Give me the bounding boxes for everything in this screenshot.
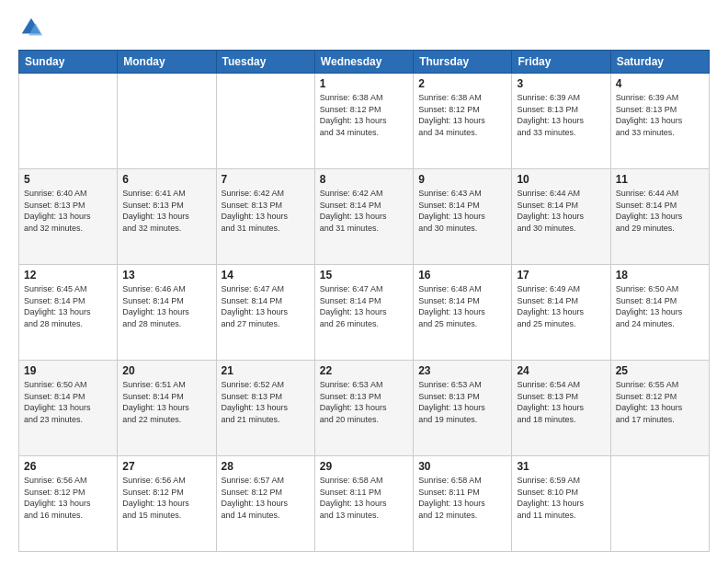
day-info: Sunrise: 6:53 AM Sunset: 8:13 PM Dayligh… <box>418 379 506 425</box>
day-number: 21 <box>222 364 310 377</box>
calendar-cell: 15Sunrise: 6:47 AM Sunset: 8:14 PM Dayli… <box>314 265 413 361</box>
day-number: 9 <box>418 173 506 186</box>
day-number: 16 <box>418 269 506 282</box>
weekday-header-tuesday: Tuesday <box>216 51 314 74</box>
calendar-cell: 29Sunrise: 6:58 AM Sunset: 8:11 PM Dayli… <box>314 456 413 552</box>
calendar-week-row: 1Sunrise: 6:38 AM Sunset: 8:12 PM Daylig… <box>19 74 710 169</box>
calendar-body: 1Sunrise: 6:38 AM Sunset: 8:12 PM Daylig… <box>19 74 710 552</box>
calendar-cell <box>216 74 314 169</box>
calendar-cell: 24Sunrise: 6:54 AM Sunset: 8:13 PM Dayli… <box>512 361 610 456</box>
day-number: 22 <box>320 364 408 377</box>
day-info: Sunrise: 6:39 AM Sunset: 8:13 PM Dayligh… <box>517 92 605 138</box>
day-number: 17 <box>517 269 605 282</box>
calendar-cell: 1Sunrise: 6:38 AM Sunset: 8:12 PM Daylig… <box>314 74 413 169</box>
day-info: Sunrise: 6:42 AM Sunset: 8:13 PM Dayligh… <box>222 188 310 234</box>
day-number: 5 <box>24 173 112 186</box>
day-number: 2 <box>418 77 506 90</box>
day-info: Sunrise: 6:38 AM Sunset: 8:12 PM Dayligh… <box>320 92 408 138</box>
day-number: 8 <box>320 173 408 186</box>
day-info: Sunrise: 6:47 AM Sunset: 8:14 PM Dayligh… <box>320 283 408 329</box>
logo-icon <box>18 15 44 40</box>
calendar-cell: 30Sunrise: 6:58 AM Sunset: 8:11 PM Dayli… <box>414 456 512 552</box>
calendar-cell: 18Sunrise: 6:50 AM Sunset: 8:14 PM Dayli… <box>610 265 709 361</box>
day-info: Sunrise: 6:43 AM Sunset: 8:14 PM Dayligh… <box>418 188 506 234</box>
day-number: 19 <box>24 364 112 377</box>
day-info: Sunrise: 6:59 AM Sunset: 8:10 PM Dayligh… <box>517 475 605 521</box>
weekday-header-wednesday: Wednesday <box>314 51 413 74</box>
day-info: Sunrise: 6:38 AM Sunset: 8:12 PM Dayligh… <box>418 92 506 138</box>
calendar-cell: 8Sunrise: 6:42 AM Sunset: 8:14 PM Daylig… <box>314 169 413 265</box>
day-number: 28 <box>222 460 310 473</box>
day-number: 26 <box>24 460 112 473</box>
header <box>18 15 710 40</box>
day-info: Sunrise: 6:46 AM Sunset: 8:14 PM Dayligh… <box>122 283 210 329</box>
calendar-cell: 22Sunrise: 6:53 AM Sunset: 8:13 PM Dayli… <box>314 361 413 456</box>
day-info: Sunrise: 6:42 AM Sunset: 8:14 PM Dayligh… <box>320 188 408 234</box>
weekday-header-saturday: Saturday <box>610 51 709 74</box>
day-info: Sunrise: 6:56 AM Sunset: 8:12 PM Dayligh… <box>122 475 210 521</box>
calendar-week-row: 5Sunrise: 6:40 AM Sunset: 8:13 PM Daylig… <box>19 169 710 265</box>
page: SundayMondayTuesdayWednesdayThursdayFrid… <box>0 0 728 563</box>
day-info: Sunrise: 6:47 AM Sunset: 8:14 PM Dayligh… <box>222 283 310 329</box>
day-number: 4 <box>616 77 704 90</box>
day-number: 1 <box>320 77 408 90</box>
day-number: 12 <box>24 269 112 282</box>
day-info: Sunrise: 6:41 AM Sunset: 8:13 PM Dayligh… <box>122 188 210 234</box>
day-number: 13 <box>122 269 210 282</box>
day-number: 6 <box>122 173 210 186</box>
day-info: Sunrise: 6:44 AM Sunset: 8:14 PM Dayligh… <box>616 188 704 234</box>
calendar-cell: 6Sunrise: 6:41 AM Sunset: 8:13 PM Daylig… <box>118 169 216 265</box>
day-number: 10 <box>517 173 605 186</box>
calendar-cell: 27Sunrise: 6:56 AM Sunset: 8:12 PM Dayli… <box>118 456 216 552</box>
logo <box>18 15 48 40</box>
day-info: Sunrise: 6:50 AM Sunset: 8:14 PM Dayligh… <box>616 283 704 329</box>
day-number: 27 <box>122 460 210 473</box>
calendar-cell: 23Sunrise: 6:53 AM Sunset: 8:13 PM Dayli… <box>414 361 512 456</box>
calendar-cell: 7Sunrise: 6:42 AM Sunset: 8:13 PM Daylig… <box>216 169 314 265</box>
day-info: Sunrise: 6:49 AM Sunset: 8:14 PM Dayligh… <box>517 283 605 329</box>
calendar-cell: 19Sunrise: 6:50 AM Sunset: 8:14 PM Dayli… <box>19 361 118 456</box>
day-info: Sunrise: 6:45 AM Sunset: 8:14 PM Dayligh… <box>24 283 112 329</box>
day-number: 25 <box>616 364 704 377</box>
day-number: 31 <box>517 460 605 473</box>
calendar-cell: 16Sunrise: 6:48 AM Sunset: 8:14 PM Dayli… <box>414 265 512 361</box>
weekday-header-thursday: Thursday <box>414 51 512 74</box>
weekday-header-sunday: Sunday <box>19 51 118 74</box>
calendar-cell: 21Sunrise: 6:52 AM Sunset: 8:13 PM Dayli… <box>216 361 314 456</box>
day-number: 15 <box>320 269 408 282</box>
day-number: 30 <box>418 460 506 473</box>
calendar-cell: 26Sunrise: 6:56 AM Sunset: 8:12 PM Dayli… <box>19 456 118 552</box>
day-info: Sunrise: 6:39 AM Sunset: 8:13 PM Dayligh… <box>616 92 704 138</box>
weekday-header-monday: Monday <box>118 51 216 74</box>
calendar-cell: 14Sunrise: 6:47 AM Sunset: 8:14 PM Dayli… <box>216 265 314 361</box>
calendar-cell: 10Sunrise: 6:44 AM Sunset: 8:14 PM Dayli… <box>512 169 610 265</box>
calendar-cell <box>19 74 118 169</box>
weekday-header-row: SundayMondayTuesdayWednesdayThursdayFrid… <box>19 51 710 74</box>
calendar-cell: 2Sunrise: 6:38 AM Sunset: 8:12 PM Daylig… <box>414 74 512 169</box>
day-number: 24 <box>517 364 605 377</box>
calendar-cell: 12Sunrise: 6:45 AM Sunset: 8:14 PM Dayli… <box>19 265 118 361</box>
calendar-cell: 17Sunrise: 6:49 AM Sunset: 8:14 PM Dayli… <box>512 265 610 361</box>
day-number: 23 <box>418 364 506 377</box>
day-info: Sunrise: 6:50 AM Sunset: 8:14 PM Dayligh… <box>24 379 112 425</box>
day-info: Sunrise: 6:44 AM Sunset: 8:14 PM Dayligh… <box>517 188 605 234</box>
calendar-table: SundayMondayTuesdayWednesdayThursdayFrid… <box>18 50 710 552</box>
day-info: Sunrise: 6:40 AM Sunset: 8:13 PM Dayligh… <box>24 188 112 234</box>
calendar-week-row: 26Sunrise: 6:56 AM Sunset: 8:12 PM Dayli… <box>19 456 710 552</box>
day-number: 11 <box>616 173 704 186</box>
calendar-week-row: 19Sunrise: 6:50 AM Sunset: 8:14 PM Dayli… <box>19 361 710 456</box>
day-number: 18 <box>616 269 704 282</box>
day-info: Sunrise: 6:55 AM Sunset: 8:12 PM Dayligh… <box>616 379 704 425</box>
day-info: Sunrise: 6:56 AM Sunset: 8:12 PM Dayligh… <box>24 475 112 521</box>
calendar-cell: 3Sunrise: 6:39 AM Sunset: 8:13 PM Daylig… <box>512 74 610 169</box>
day-number: 7 <box>222 173 310 186</box>
day-info: Sunrise: 6:54 AM Sunset: 8:13 PM Dayligh… <box>517 379 605 425</box>
day-info: Sunrise: 6:48 AM Sunset: 8:14 PM Dayligh… <box>418 283 506 329</box>
calendar-cell: 28Sunrise: 6:57 AM Sunset: 8:12 PM Dayli… <box>216 456 314 552</box>
calendar-week-row: 12Sunrise: 6:45 AM Sunset: 8:14 PM Dayli… <box>19 265 710 361</box>
day-info: Sunrise: 6:52 AM Sunset: 8:13 PM Dayligh… <box>222 379 310 425</box>
day-info: Sunrise: 6:58 AM Sunset: 8:11 PM Dayligh… <box>418 475 506 521</box>
calendar-cell: 11Sunrise: 6:44 AM Sunset: 8:14 PM Dayli… <box>610 169 709 265</box>
day-number: 29 <box>320 460 408 473</box>
calendar-cell: 13Sunrise: 6:46 AM Sunset: 8:14 PM Dayli… <box>118 265 216 361</box>
